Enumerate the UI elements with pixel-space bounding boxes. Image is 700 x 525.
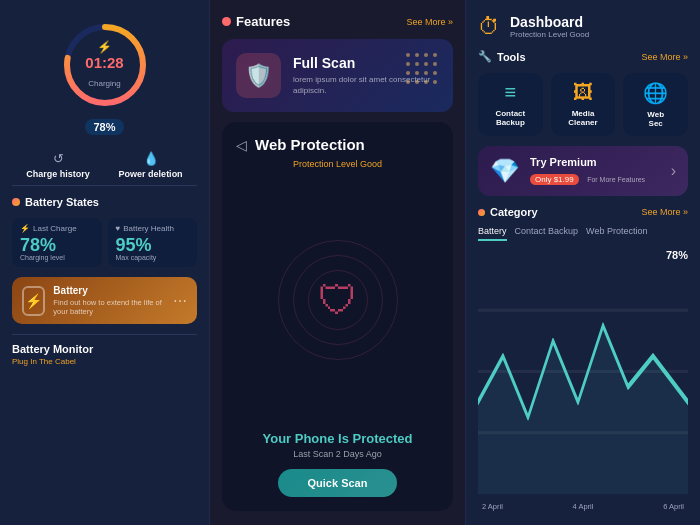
x-axis-labels: 2 April 4 April 6 April [478,502,688,511]
premium-title: Try Premium [530,156,645,168]
web-sec-label: WebSec [647,110,664,128]
shield-check-icon: 🛡 [318,278,358,323]
battery-health-label: ♥ Battery Health [116,224,190,233]
dashboard-title: Dashboard [510,14,589,30]
arrow-left-icon[interactable]: ◁ [236,137,247,153]
premium-card[interactable]: 💎 Try Premium Only $1.99 For More Featur… [478,146,688,196]
svg-marker-5 [478,326,688,494]
charge-icon: ⚡ [20,224,30,233]
contact-backup-label: ContactBackup [495,109,525,127]
battery-promo-card[interactable]: ⚡ Battery Find out how to extend the lif… [12,277,197,324]
features-header: Features See More » [222,14,453,29]
tools-header: 🔧 Tools See More » [478,50,688,63]
charge-history-tab[interactable]: ↺ Charge history [26,151,90,179]
last-charge-value: 78% [20,236,94,254]
web-protection-subtitle: Protection Level Good [236,159,439,169]
web-protection-header: ◁ Web Protection [236,136,439,153]
category-see-more[interactable]: See More » [641,207,688,217]
x-label-1: 4 April [573,502,594,511]
category-chart [478,249,688,494]
contact-backup-tool[interactable]: ≡ ContactBackup [478,73,543,136]
tools-title: 🔧 Tools [478,50,526,63]
scan-dots-decoration [406,53,439,86]
time-display: 01:28 [85,54,123,71]
battery-promo-icon: ⚡ [22,286,45,316]
gem-icon: 💎 [490,157,520,185]
media-icon: 🖼 [573,81,593,104]
category-tabs: Battery Contact Backup Web Protection [478,226,688,241]
protected-text: Your Phone Is Protected [262,431,412,446]
web-security-tool[interactable]: 🌐 WebSec [623,73,688,136]
websec-icon: 🌐 [643,81,668,105]
battery-category-tab[interactable]: Battery [478,226,507,241]
full-scan-card[interactable]: 🛡️ Full Scan lorem ipsum dolor sit amet … [222,39,453,112]
category-title: Category [478,206,538,218]
features-dot [222,17,231,26]
quick-scan-button[interactable]: Quick Scan [278,469,398,497]
shield-container: 🛡 [278,179,398,421]
contact-backup-category-tab[interactable]: Contact Backup [515,226,579,241]
power-deletion-label: Power deletion [119,169,183,179]
web-protection-category-tab[interactable]: Web Protection [586,226,647,241]
promo-title: Battery [53,285,165,296]
dashboard-subtitle: Protection Level Good [510,30,589,39]
bolt-icon: ⚡ [82,40,127,54]
middle-panel: Features See More » 🛡️ Full Scan lorem i… [210,0,465,525]
battery-monitor: Battery Monitor Plug In The Cabel [12,334,197,366]
category-section: Category See More » Battery Contact Back… [478,206,688,511]
battery-percent-badge: 78% [85,119,123,135]
last-charge-card: ⚡ Last Charge 78% Charging level [12,218,102,267]
features-title: Features [222,14,290,29]
media-cleaner-tool[interactable]: 🖼 MediaCleaner [551,73,616,136]
monitor-title: Battery Monitor [12,343,197,355]
dashboard-texts: Dashboard Protection Level Good [510,14,589,39]
last-charge-sub: Charging level [20,254,94,261]
charge-history-label: Charge history [26,169,90,179]
web-protection-title: Web Protection [255,136,365,153]
charging-label: Charging [88,79,120,88]
battery-info-center: ⚡ 01:28 Charging [82,40,127,90]
history-icon: ↺ [53,151,64,166]
chart-percent-label: 78% [666,249,688,261]
premium-price-badge: Only $1.99 [530,174,579,185]
battery-circle-container: ⚡ 01:28 Charging 78% [12,14,197,141]
power-deletion-tab[interactable]: 💧 Power deletion [119,151,183,179]
last-charge-label: ⚡ Last Charge [20,224,94,233]
promo-desc: Find out how to extend the life of your … [53,298,165,316]
tools-see-more[interactable]: See More » [641,52,688,62]
contact-icon: ≡ [505,81,517,104]
premium-sub: For More Features [587,176,645,183]
last-scan-text: Last Scan 2 Days Ago [293,449,382,459]
battery-states-grid: ⚡ Last Charge 78% Charging level ♥ Batte… [12,218,197,267]
health-icon: ♥ [116,224,121,233]
tools-emoji: 🔧 [478,50,492,63]
media-cleaner-label: MediaCleaner [568,109,597,127]
title-dot [12,198,20,206]
monitor-subtitle: Plug In The Cabel [12,357,197,366]
premium-texts: Try Premium Only $1.99 For More Features [530,156,645,186]
x-label-0: 2 April [482,502,503,511]
features-see-more[interactable]: See More » [406,17,453,27]
power-icon: 💧 [143,151,159,166]
battery-health-value: 95% [116,236,190,254]
battery-states-title: Battery States [12,196,197,208]
promo-arrow-icon: ⋯ [173,293,187,309]
web-protection-card: ◁ Web Protection Protection Level Good 🛡… [222,122,453,511]
x-label-2: 6 April [663,502,684,511]
chart-area: 78% [478,249,688,494]
left-panel: ⚡ 01:28 Charging 78% ↺ Charge history 💧 … [0,0,210,525]
category-header: Category See More » [478,206,688,218]
charge-tabs: ↺ Charge history 💧 Power deletion [12,151,197,186]
category-dot [478,209,485,216]
right-panel: ⏱ Dashboard Protection Level Good 🔧 Tool… [465,0,700,525]
scan-shield-icon: 🛡️ [236,53,281,98]
battery-circle: ⚡ 01:28 Charging [60,20,150,110]
dashboard-header: ⏱ Dashboard Protection Level Good [478,14,688,40]
tools-grid: ≡ ContactBackup 🖼 MediaCleaner 🌐 WebSec [478,73,688,136]
premium-arrow-icon: › [671,162,676,180]
shield-rings: 🛡 [278,240,398,360]
clock-icon: ⏱ [478,14,500,40]
battery-health-card: ♥ Battery Health 95% Max capacity [108,218,198,267]
battery-health-sub: Max capacity [116,254,190,261]
battery-promo-text: Battery Find out how to extend the life … [53,285,165,316]
